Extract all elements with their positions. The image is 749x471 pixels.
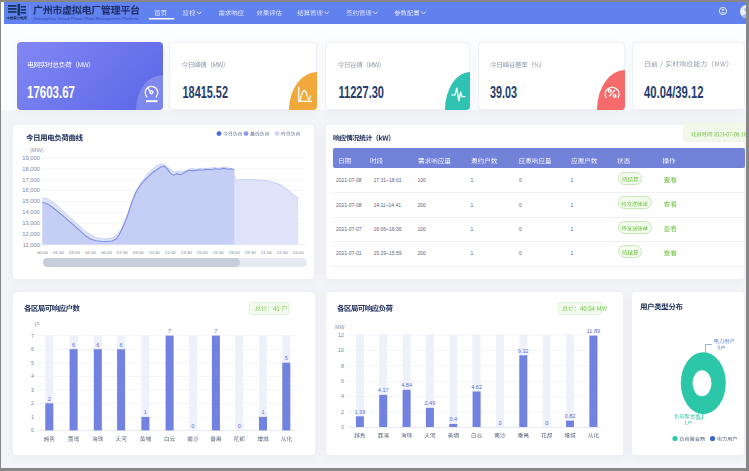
svg-text:04:30: 04:30 bbox=[85, 250, 97, 255]
svg-text:0: 0 bbox=[31, 427, 34, 433]
svg-text:4.84: 4.84 bbox=[401, 382, 412, 388]
svg-text:100: 100 bbox=[418, 177, 427, 183]
svg-text:13,000: 13,000 bbox=[22, 220, 40, 226]
svg-text:0: 0 bbox=[519, 202, 522, 208]
svg-text:12: 12 bbox=[338, 332, 344, 338]
svg-text:14,000: 14,000 bbox=[22, 209, 40, 215]
svg-text:6: 6 bbox=[31, 346, 34, 352]
svg-text:15:00: 15:00 bbox=[197, 250, 209, 255]
svg-text:1: 1 bbox=[31, 414, 34, 420]
svg-text:16:30: 16:30 bbox=[213, 250, 225, 255]
svg-text:40.04/39.12: 40.04/39.12 bbox=[644, 83, 704, 101]
svg-text:(MW): (MW) bbox=[30, 147, 44, 153]
svg-text:2021-07-08: 2021-07-08 bbox=[336, 202, 362, 208]
svg-text:5: 5 bbox=[31, 360, 34, 366]
svg-text:1: 1 bbox=[571, 226, 574, 232]
svg-text:100: 100 bbox=[418, 226, 427, 232]
svg-text:1: 1 bbox=[261, 409, 264, 415]
svg-text:0: 0 bbox=[519, 177, 522, 183]
svg-text:0: 0 bbox=[498, 420, 501, 426]
svg-text:4.17: 4.17 bbox=[378, 387, 389, 393]
svg-text:14:11~14:41: 14:11~14:41 bbox=[374, 202, 402, 208]
svg-text:09:00: 09:00 bbox=[133, 250, 145, 255]
svg-text:1: 1 bbox=[571, 202, 574, 208]
svg-text:17,000: 17,000 bbox=[22, 177, 40, 183]
svg-text:18415.52: 18415.52 bbox=[183, 83, 229, 101]
svg-text:0: 0 bbox=[238, 423, 241, 429]
svg-text:1: 1 bbox=[471, 250, 474, 256]
svg-text:200: 200 bbox=[418, 250, 427, 256]
svg-text:0.82: 0.82 bbox=[565, 413, 576, 419]
svg-text:10:30: 10:30 bbox=[149, 250, 161, 255]
svg-text:03:00: 03:00 bbox=[69, 250, 81, 255]
svg-text:18,000: 18,000 bbox=[22, 166, 40, 172]
svg-text:4: 4 bbox=[31, 373, 34, 379]
svg-text:3: 3 bbox=[31, 387, 34, 393]
svg-text:11.89: 11.89 bbox=[587, 328, 601, 334]
svg-text:2: 2 bbox=[31, 400, 34, 406]
svg-text:07:30: 07:30 bbox=[117, 250, 129, 255]
svg-text:2.49: 2.49 bbox=[424, 400, 435, 406]
svg-text:0: 0 bbox=[341, 424, 344, 430]
svg-text:0: 0 bbox=[519, 226, 522, 232]
svg-text:Guangzhou Virtual Power Plant: Guangzhou Virtual Power Plant Management… bbox=[34, 16, 139, 21]
svg-text:200: 200 bbox=[418, 202, 427, 208]
svg-text:6: 6 bbox=[341, 378, 344, 384]
svg-text:MW: MW bbox=[335, 324, 345, 330]
svg-text:11227.30: 11227.30 bbox=[339, 83, 385, 101]
svg-text:0: 0 bbox=[191, 423, 194, 429]
svg-text:1: 1 bbox=[471, 177, 474, 183]
svg-text:17603.67: 17603.67 bbox=[27, 83, 75, 101]
svg-text:9.32: 9.32 bbox=[518, 348, 529, 354]
svg-text:0: 0 bbox=[545, 420, 548, 426]
svg-text:06:00: 06:00 bbox=[101, 250, 113, 255]
svg-text:2: 2 bbox=[341, 409, 344, 415]
svg-text:10: 10 bbox=[338, 347, 344, 353]
svg-text:15:29~15:59: 15:29~15:59 bbox=[374, 250, 402, 256]
svg-text:12,000: 12,000 bbox=[22, 231, 40, 237]
svg-text:19:30: 19:30 bbox=[245, 250, 257, 255]
svg-text:4.62: 4.62 bbox=[471, 384, 482, 390]
svg-text:18:00: 18:00 bbox=[229, 250, 241, 255]
svg-text:13:30: 13:30 bbox=[181, 250, 193, 255]
svg-text:11,000: 11,000 bbox=[23, 242, 40, 248]
svg-text:1: 1 bbox=[571, 177, 574, 183]
svg-text:21:00: 21:00 bbox=[261, 250, 273, 255]
svg-text:8: 8 bbox=[341, 363, 344, 369]
svg-text:7: 7 bbox=[168, 328, 171, 334]
svg-text:1: 1 bbox=[471, 202, 474, 208]
svg-text:19,000: 19,000 bbox=[22, 155, 40, 161]
svg-text:0: 0 bbox=[519, 250, 522, 256]
svg-text:1: 1 bbox=[471, 226, 474, 232]
svg-text:15,000: 15,000 bbox=[22, 198, 40, 204]
svg-text:2021-07-07: 2021-07-07 bbox=[336, 226, 362, 232]
svg-text:39.03: 39.03 bbox=[490, 83, 517, 101]
svg-text:2: 2 bbox=[48, 396, 51, 402]
svg-text:16,000: 16,000 bbox=[22, 187, 40, 193]
svg-text:0.4: 0.4 bbox=[449, 416, 457, 422]
svg-text:7: 7 bbox=[31, 333, 34, 339]
svg-text:2021-07-01: 2021-07-01 bbox=[336, 250, 362, 256]
svg-text:4: 4 bbox=[341, 393, 344, 399]
svg-text:01:30: 01:30 bbox=[53, 250, 65, 255]
svg-text:00:00: 00:00 bbox=[37, 250, 49, 255]
svg-text:2021-07-08: 2021-07-08 bbox=[336, 177, 362, 183]
svg-text:7: 7 bbox=[214, 328, 217, 334]
svg-text:22:30: 22:30 bbox=[277, 250, 289, 255]
svg-text:12:00: 12:00 bbox=[165, 250, 177, 255]
svg-text:6: 6 bbox=[120, 342, 123, 348]
svg-text:17:31~18:01: 17:31~18:01 bbox=[374, 177, 402, 183]
svg-text:6: 6 bbox=[96, 342, 99, 348]
svg-text:24:00: 24:00 bbox=[293, 250, 305, 255]
svg-text:1.39: 1.39 bbox=[354, 409, 365, 415]
svg-text:1: 1 bbox=[144, 409, 147, 415]
svg-text:16:06~16:36: 16:06~16:36 bbox=[374, 226, 402, 232]
svg-text:6: 6 bbox=[72, 342, 75, 348]
svg-text:5: 5 bbox=[285, 355, 288, 361]
svg-text:1: 1 bbox=[571, 250, 574, 256]
